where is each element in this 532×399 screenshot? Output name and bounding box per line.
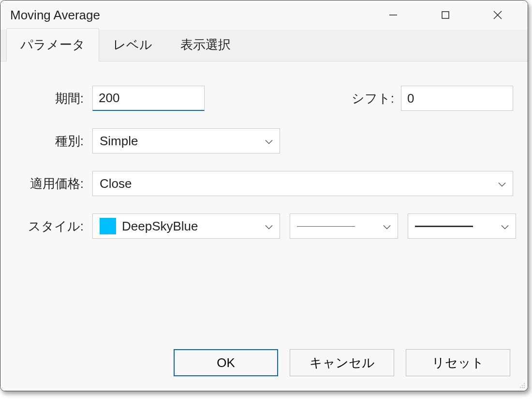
chevron-down-icon bbox=[382, 219, 392, 234]
svg-point-9 bbox=[524, 387, 525, 388]
tab-levels[interactable]: レベル bbox=[99, 28, 166, 61]
period-row: 期間: シフト: bbox=[15, 86, 513, 111]
moving-average-dialog: Moving Average パラメータ レベル 表示選択 期間: シフト: bbox=[0, 0, 528, 391]
apply-label: 適用価格: bbox=[15, 175, 92, 192]
method-value: Simple bbox=[100, 134, 138, 149]
style-controls: DeepSkyBlue bbox=[92, 214, 516, 239]
svg-point-5 bbox=[522, 385, 523, 386]
color-select[interactable]: DeepSkyBlue bbox=[92, 214, 280, 239]
cancel-button[interactable]: キャンセル bbox=[290, 349, 394, 376]
style-row: スタイル: DeepSkyBlue bbox=[15, 214, 513, 239]
minimize-icon bbox=[388, 10, 398, 20]
linewidth-select[interactable] bbox=[408, 214, 516, 239]
apply-select[interactable]: Close bbox=[92, 171, 513, 196]
svg-point-4 bbox=[524, 383, 525, 384]
maximize-button[interactable] bbox=[419, 3, 472, 27]
resize-grip-icon[interactable] bbox=[517, 381, 526, 389]
linestyle-select[interactable] bbox=[290, 214, 398, 239]
line-style-preview bbox=[297, 226, 377, 227]
svg-line-2 bbox=[494, 11, 502, 19]
period-label: 期間: bbox=[15, 90, 92, 107]
svg-point-7 bbox=[520, 387, 521, 388]
line-width-preview bbox=[415, 226, 495, 227]
maximize-icon bbox=[441, 11, 450, 19]
minimize-button[interactable] bbox=[367, 3, 419, 27]
tab-label: 表示選択 bbox=[180, 37, 231, 52]
shift-label: シフト: bbox=[352, 90, 394, 107]
window-title: Moving Average bbox=[10, 8, 367, 23]
svg-rect-1 bbox=[442, 12, 449, 18]
close-icon bbox=[492, 10, 503, 20]
tab-label: レベル bbox=[113, 37, 152, 52]
tabs: パラメータ レベル 表示選択 bbox=[0, 30, 528, 61]
tab-parameters[interactable]: パラメータ bbox=[6, 28, 99, 61]
svg-line-3 bbox=[494, 11, 502, 19]
method-label: 種別: bbox=[15, 133, 92, 150]
shift-block: シフト: bbox=[352, 86, 513, 111]
reset-button[interactable]: リセット bbox=[406, 349, 510, 376]
apply-value: Close bbox=[100, 176, 132, 191]
method-select[interactable]: Simple bbox=[92, 128, 280, 153]
style-label: スタイル: bbox=[15, 218, 92, 235]
method-row: 種別: Simple bbox=[15, 128, 513, 153]
period-input[interactable] bbox=[92, 86, 205, 111]
color-value: DeepSkyBlue bbox=[122, 219, 198, 234]
tab-display[interactable]: 表示選択 bbox=[166, 28, 245, 61]
dialog-footer: OK キャンセル リセット bbox=[0, 346, 528, 391]
window-controls bbox=[367, 3, 524, 27]
ok-button[interactable]: OK bbox=[174, 349, 278, 376]
color-swatch bbox=[100, 218, 116, 234]
chevron-down-icon bbox=[500, 219, 510, 234]
parameters-panel: 期間: シフト: 種別: Simple 適用価格: Close bbox=[0, 61, 528, 346]
chevron-down-icon bbox=[497, 176, 507, 191]
chevron-down-icon bbox=[264, 134, 274, 149]
apply-row: 適用価格: Close bbox=[15, 171, 513, 196]
close-button[interactable] bbox=[472, 3, 524, 27]
svg-point-6 bbox=[524, 385, 525, 386]
shift-input[interactable] bbox=[401, 86, 513, 111]
chevron-down-icon bbox=[264, 219, 274, 234]
svg-point-8 bbox=[522, 387, 523, 388]
titlebar: Moving Average bbox=[0, 0, 528, 30]
tab-label: パラメータ bbox=[20, 37, 85, 52]
